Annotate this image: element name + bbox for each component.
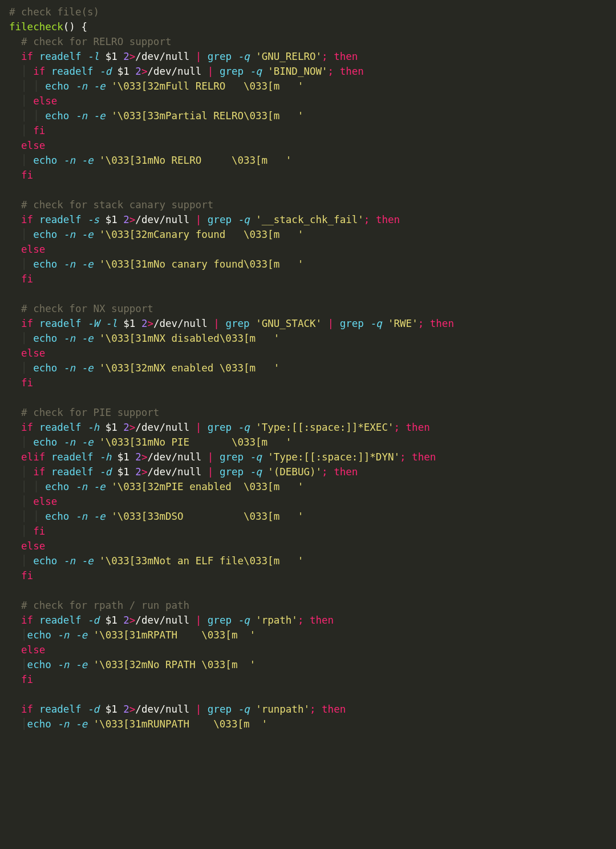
code-line: else [7,138,609,153]
code-line: │ echo -n -e '\033[33mNot an ELF file\03… [7,553,609,568]
code-line: fi [7,272,609,286]
code-line: │ echo -n -e '\033[31mNo PIE \033[m ' [7,435,609,450]
code-line: fi [7,568,609,583]
code-line: if readelf -d $1 2>/dev/null | grep -q '… [7,613,609,628]
code-line: │ else [7,494,609,509]
code-line: if readelf -l $1 2>/dev/null | grep -q '… [7,49,609,64]
code-line: # check file(s) [7,5,609,19]
code-line: │echo -n -e '\033[31mRUNPATH \033[m ' [7,717,609,731]
code-line: │ fi [7,524,609,539]
code-line: fi [7,672,609,687]
code-line: if readelf -d $1 2>/dev/null | grep -q '… [7,702,609,717]
code-line: fi [7,375,609,390]
code-line: else [7,642,609,657]
code-line: fi [7,168,609,183]
code-line: else [7,242,609,257]
code-line [7,583,609,598]
code-line: │echo -n -e '\033[31mRPATH \033[m ' [7,628,609,642]
code-line [7,687,609,702]
code-line: else [7,346,609,361]
code-line: │ echo -n -e '\033[31mNo RELRO \033[m ' [7,153,609,168]
code-line: │ │ echo -n -e '\033[33mDSO \033[m ' [7,509,609,524]
code-line: elif readelf -h $1 2>/dev/null | grep -q… [7,450,609,464]
code-line: # check for RELRO support [7,34,609,49]
code-line [7,183,609,197]
code-line: │echo -n -e '\033[32mNo RPATH \033[m ' [7,657,609,672]
code-line: │ echo -n -e '\033[31mNo canary found\03… [7,257,609,272]
code-line: # check for NX support [7,301,609,316]
code-line: │ else [7,94,609,108]
code-line: │ echo -n -e '\033[31mNX disabled\033[m … [7,331,609,346]
code-line: │ │ echo -n -e '\033[32mPIE enabled \033… [7,479,609,494]
code-line [7,390,609,405]
code-line: filecheck() { [7,19,609,34]
code-line: │ │ echo -n -e '\033[32mFull RELRO \033[… [7,79,609,94]
code-line: │ fi [7,123,609,138]
code-line: else [7,539,609,553]
code-line [7,286,609,301]
code-line: if readelf -s $1 2>/dev/null | grep -q '… [7,212,609,227]
code-line: if readelf -W -l $1 2>/dev/null | grep '… [7,316,609,331]
code-line: │ echo -n -e '\033[32mNX enabled \033[m … [7,361,609,375]
code-line: # check for rpath / run path [7,598,609,613]
code-line: │ │ echo -n -e '\033[33mPartial RELRO\03… [7,108,609,123]
code-line: if readelf -h $1 2>/dev/null | grep -q '… [7,420,609,435]
code-line: # check for stack canary support [7,197,609,212]
code-line: │ if readelf -d $1 2>/dev/null | grep -q… [7,64,609,79]
code-line: │ echo -n -e '\033[32mCanary found \033[… [7,227,609,242]
code-block: # check file(s)filecheck() { # check for… [0,0,616,738]
code-line: │ if readelf -d $1 2>/dev/null | grep -q… [7,464,609,479]
code-line: # check for PIE support [7,405,609,420]
